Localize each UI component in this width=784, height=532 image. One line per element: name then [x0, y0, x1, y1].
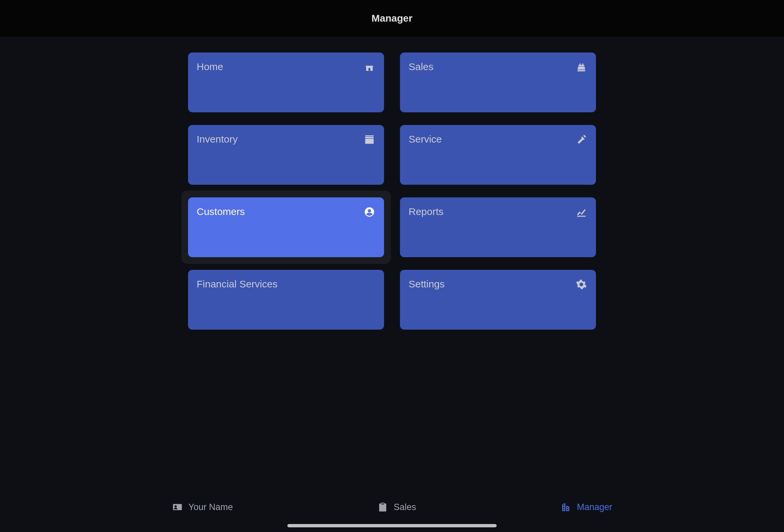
tab-sales-label: Sales	[394, 502, 416, 512]
tile-customers-label: Customers	[197, 206, 245, 217]
home-indicator[interactable]	[287, 524, 497, 527]
tile-settings[interactable]: Settings	[400, 270, 596, 330]
tile-financial-services-label: Financial Services	[197, 278, 277, 290]
tile-settings-label: Settings	[409, 278, 445, 290]
tile-grid: Home Sales Inventory Service Cus	[188, 53, 596, 330]
user-circle-icon	[363, 206, 375, 218]
home-icon	[363, 61, 375, 73]
gear-icon	[576, 278, 587, 290]
tile-settings-wrap: Settings	[400, 270, 596, 330]
tile-sales-wrap: Sales	[400, 53, 596, 112]
tile-customers[interactable]: Customers	[188, 197, 384, 257]
tile-service-label: Service	[409, 134, 442, 145]
tile-customers-wrap: Customers	[181, 191, 391, 264]
tile-financial-services[interactable]: Financial Services	[188, 270, 384, 330]
tile-financial-services-wrap: Financial Services	[188, 270, 384, 330]
blank-icon	[363, 278, 375, 290]
tile-sales[interactable]: Sales	[400, 53, 596, 112]
tile-reports-wrap: Reports	[400, 197, 596, 257]
chart-line-icon	[576, 206, 587, 218]
tile-home[interactable]: Home	[188, 53, 384, 112]
box-icon	[363, 134, 375, 145]
cash-register-icon	[576, 61, 587, 73]
tab-your-name[interactable]: Your Name	[172, 501, 233, 513]
top-bar: Manager	[0, 0, 784, 36]
tile-inventory[interactable]: Inventory	[188, 125, 384, 185]
page-title: Manager	[371, 12, 412, 24]
tile-service-wrap: Service	[400, 125, 596, 185]
tile-sales-label: Sales	[409, 61, 433, 73]
main-content: Home Sales Inventory Service Cus	[0, 36, 784, 330]
tile-inventory-label: Inventory	[197, 134, 237, 145]
tile-home-wrap: Home	[188, 53, 384, 112]
id-card-icon	[172, 501, 183, 513]
tab-manager[interactable]: Manager	[560, 501, 612, 513]
tile-service[interactable]: Service	[400, 125, 596, 185]
tab-sales[interactable]: Sales	[377, 501, 416, 513]
building-icon	[560, 501, 571, 513]
tile-home-label: Home	[197, 61, 223, 73]
tile-reports-label: Reports	[409, 206, 444, 217]
hammer-icon	[576, 134, 587, 145]
tab-manager-label: Manager	[577, 502, 612, 512]
tile-inventory-wrap: Inventory	[188, 125, 384, 185]
clipboard-icon	[377, 501, 388, 513]
tile-reports[interactable]: Reports	[400, 197, 596, 257]
tab-your-name-label: Your Name	[188, 502, 233, 512]
